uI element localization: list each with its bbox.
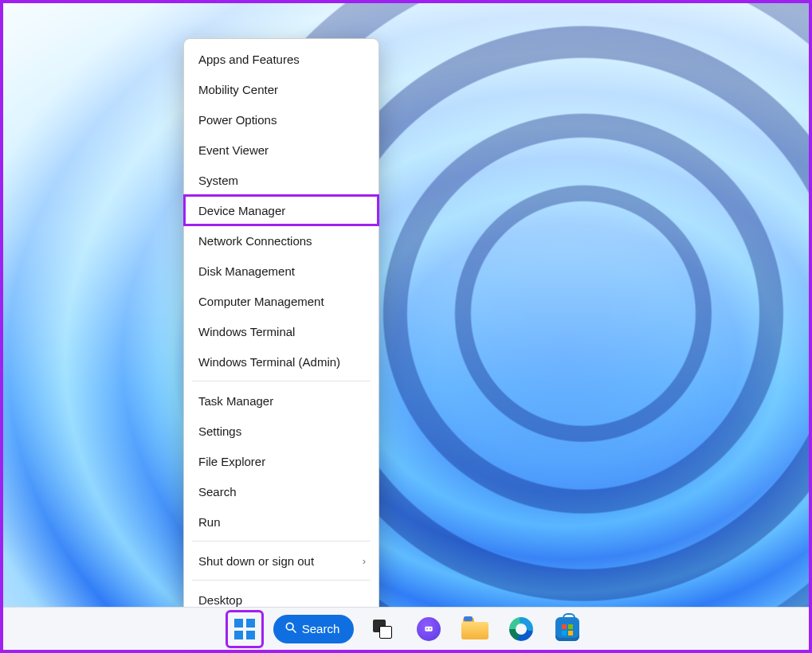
menu-item-label: Settings xyxy=(198,424,241,438)
edge-button[interactable] xyxy=(504,612,539,647)
menu-separator xyxy=(192,381,371,381)
svg-rect-2 xyxy=(426,626,433,631)
chevron-right-icon: › xyxy=(363,555,366,567)
edge-icon xyxy=(509,617,533,641)
menu-item-label: Event Viewer xyxy=(198,143,269,157)
menu-item-mobility-center[interactable]: Mobility Center xyxy=(184,74,379,104)
winx-context-menu[interactable]: Apps and FeaturesMobility CenterPower Op… xyxy=(183,38,379,620)
menu-item-label: Mobility Center xyxy=(198,83,278,96)
taskbar-search-label: Search xyxy=(302,622,340,635)
svg-point-4 xyxy=(430,628,431,629)
menu-item-windows-terminal-admin[interactable]: Windows Terminal (Admin) xyxy=(184,346,379,377)
menu-item-system[interactable]: System xyxy=(184,165,379,195)
menu-item-label: Run xyxy=(198,515,221,529)
chat-button[interactable] xyxy=(411,612,446,647)
menu-item-disk-management[interactable]: Disk Management xyxy=(184,256,379,286)
taskbar-search-button[interactable]: Search xyxy=(273,615,355,643)
menu-item-label: Power Options xyxy=(198,113,277,127)
menu-item-power-options[interactable]: Power Options xyxy=(184,104,379,135)
menu-item-label: Shut down or sign out xyxy=(198,554,314,568)
taskbar: Search xyxy=(3,607,809,650)
menu-item-label: Windows Terminal xyxy=(198,325,295,338)
menu-item-label: Windows Terminal (Admin) xyxy=(198,355,340,369)
menu-item-network-connections[interactable]: Network Connections xyxy=(184,225,379,256)
svg-point-3 xyxy=(426,628,428,629)
file-explorer-button[interactable] xyxy=(457,612,492,647)
menu-separator xyxy=(192,580,371,581)
task-view-button[interactable] xyxy=(365,612,400,647)
menu-item-event-viewer[interactable]: Event Viewer xyxy=(184,135,379,165)
menu-item-label: Device Manager xyxy=(198,204,285,217)
menu-item-computer-management[interactable]: Computer Management xyxy=(184,286,379,316)
menu-item-run[interactable]: Run xyxy=(184,506,379,537)
menu-item-windows-terminal[interactable]: Windows Terminal xyxy=(184,316,379,346)
menu-item-apps-features[interactable]: Apps and Features xyxy=(184,44,379,74)
menu-item-label: System xyxy=(198,174,238,187)
menu-item-file-explorer[interactable]: File Explorer xyxy=(184,446,379,476)
menu-item-label: Apps and Features xyxy=(198,53,300,66)
menu-item-settings[interactable]: Settings xyxy=(184,416,379,446)
file-explorer-icon xyxy=(461,618,488,640)
microsoft-store-button[interactable] xyxy=(550,612,585,647)
svg-line-1 xyxy=(292,629,296,632)
menu-item-label: Computer Management xyxy=(198,295,324,308)
menu-item-shut-down[interactable]: Shut down or sign out› xyxy=(184,545,379,576)
menu-item-label: Desktop xyxy=(198,593,242,607)
menu-item-task-manager[interactable]: Task Manager xyxy=(184,385,379,416)
menu-item-search[interactable]: Search xyxy=(184,476,379,506)
search-icon xyxy=(284,621,297,636)
menu-item-label: Task Manager xyxy=(198,394,273,408)
menu-item-device-manager[interactable]: Device Manager xyxy=(184,195,379,225)
chat-icon xyxy=(417,617,441,641)
desktop-wallpaper xyxy=(3,3,809,650)
microsoft-store-icon xyxy=(555,617,579,641)
screenshot-frame: Apps and FeaturesMobility CenterPower Op… xyxy=(0,0,812,653)
menu-separator xyxy=(192,541,371,542)
start-icon xyxy=(234,619,255,639)
menu-item-label: Search xyxy=(198,485,237,499)
menu-item-label: File Explorer xyxy=(198,455,265,468)
menu-item-label: Disk Management xyxy=(198,264,295,278)
task-view-icon xyxy=(371,618,394,640)
menu-item-label: Network Connections xyxy=(198,234,312,248)
start-button[interactable] xyxy=(227,612,262,647)
